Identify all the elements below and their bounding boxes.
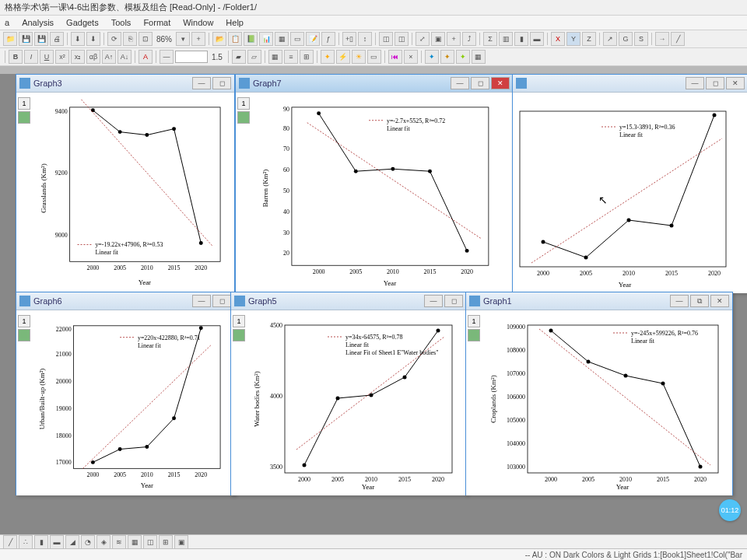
3d-plot-icon[interactable]: ◈ <box>96 535 110 549</box>
fill-icon[interactable]: ▰ <box>232 50 246 64</box>
line-tool-icon[interactable]: ╱ <box>671 32 685 46</box>
layer-tab-1[interactable]: 1 <box>233 315 245 327</box>
font-color-icon[interactable]: A <box>139 50 153 64</box>
bar-plot-icon[interactable]: ▮ <box>34 535 48 549</box>
lock-icon[interactable] <box>18 329 30 341</box>
scatter-plot-icon[interactable]: ∴ <box>19 535 33 549</box>
menu-window[interactable]: Window <box>181 17 215 28</box>
menu-help[interactable]: Help <box>224 17 245 28</box>
restore-icon[interactable]: ⧉ <box>690 295 709 307</box>
refresh-icon[interactable]: ⟳ <box>107 32 121 46</box>
add-col-icon[interactable]: +▯ <box>342 32 356 46</box>
template-icon[interactable]: ▣ <box>174 535 188 549</box>
contour-icon[interactable]: ≋ <box>112 535 126 549</box>
minimize-icon[interactable]: — <box>451 77 469 89</box>
italic-icon[interactable]: I <box>24 50 38 64</box>
anti-alias-icon[interactable]: ✦ <box>321 50 335 64</box>
layer-tab-1[interactable]: 1 <box>237 97 250 110</box>
graph5-window[interactable]: Graph5—◻ 1 Water bodies (Km²) Year 35004… <box>230 292 467 495</box>
minimize-icon[interactable]: — <box>424 295 443 307</box>
col-plot-icon[interactable]: ▬ <box>50 535 64 549</box>
tool-icon[interactable]: + <box>191 32 205 46</box>
mask-icon[interactable]: ◫ <box>379 32 393 46</box>
spark4-icon[interactable]: ▦ <box>472 50 486 64</box>
spark2-icon[interactable]: ✦ <box>440 50 454 64</box>
graph1-plot[interactable]: Croplands (Km²) Year 1030001040001050001… <box>485 313 726 492</box>
lock-icon[interactable] <box>18 111 30 124</box>
sup-icon[interactable]: x² <box>55 50 69 64</box>
maximize-icon[interactable]: ◻ <box>212 295 231 307</box>
y-icon[interactable]: Y <box>566 32 580 46</box>
graph7-window[interactable]: Graph7—◻✕ 1 Barren (Km²) Year 2030405060… <box>235 74 514 292</box>
layer-tab-1[interactable]: 1 <box>468 315 480 327</box>
menu-gadgets[interactable]: Gadgets <box>65 17 100 28</box>
graph-right-window[interactable]: —◻✕ Year 20002005201020152020 y=15.3-389… <box>512 74 747 293</box>
minimize-icon[interactable]: — <box>670 295 689 307</box>
new-func-icon[interactable]: ƒ <box>321 32 335 46</box>
save-icon[interactable]: 💾 <box>19 32 33 46</box>
lock-icon[interactable] <box>468 329 480 341</box>
bar-icon[interactable]: ▮ <box>514 32 528 46</box>
mask2-icon[interactable]: ◫ <box>395 32 409 46</box>
font-dec-icon[interactable]: A↓ <box>117 50 132 64</box>
s-icon[interactable]: S <box>634 32 648 46</box>
zoom-dropdown-icon[interactable]: ▾ <box>176 32 190 46</box>
border-icon[interactable]: ▱ <box>247 50 261 64</box>
x-icon[interactable]: X <box>551 32 565 46</box>
fit-icon[interactable]: ↗ <box>603 32 617 46</box>
sort-icon[interactable]: ↕ <box>358 32 372 46</box>
minimize-icon[interactable]: — <box>192 77 211 89</box>
graph6-window[interactable]: Graph6—◻ 1 Urban/Built-up (Km²) Year 170… <box>16 292 235 495</box>
graph3-window[interactable]: Graph3—◻ 1 Grasslands (Km²) Year 9000 92… <box>16 74 235 292</box>
close-icon[interactable]: ✕ <box>710 295 729 307</box>
alpha-icon[interactable]: αβ <box>86 50 100 64</box>
maximize-icon[interactable]: ◻ <box>444 295 463 307</box>
arrow-icon[interactable]: → <box>655 32 669 46</box>
underline-icon[interactable]: U <box>40 50 54 64</box>
line-style-icon[interactable]: — <box>160 50 174 64</box>
save-as-icon[interactable]: 💾 <box>34 32 48 46</box>
speed-icon[interactable]: ⚡ <box>336 50 350 64</box>
graph3-plot[interactable]: Grasslands (Km²) Year 9000 9200 9400 200… <box>35 96 228 289</box>
spark3-icon[interactable]: ✦ <box>456 50 470 64</box>
import2-icon[interactable]: ⬇ <box>86 32 100 46</box>
minimize-icon[interactable]: — <box>686 77 704 89</box>
spark1-icon[interactable]: ✦ <box>425 50 439 64</box>
bold-icon[interactable]: B <box>9 50 23 64</box>
area-plot-icon[interactable]: ◢ <box>65 535 79 549</box>
merge-icon[interactable]: ⊞ <box>300 50 314 64</box>
maximize-icon[interactable]: ◻ <box>212 77 231 89</box>
close-icon[interactable]: ✕ <box>491 77 510 89</box>
align-icon[interactable]: ≡ <box>284 50 298 64</box>
z-icon[interactable]: Z <box>582 32 596 46</box>
duplicate-icon[interactable]: ⎘ <box>123 32 137 46</box>
pie-plot-icon[interactable]: ◔ <box>81 535 95 549</box>
open-icon[interactable]: 📁 <box>3 32 17 46</box>
maximize-icon[interactable]: ◻ <box>471 77 489 89</box>
print-icon[interactable]: 🖨 <box>50 32 64 46</box>
graph1-window[interactable]: Graph1—⧉✕ 1 Croplands (Km²) Year 1030001… <box>465 292 733 495</box>
new-matrix-icon[interactable]: ▦ <box>275 32 289 46</box>
stats-icon[interactable]: Σ <box>483 32 497 46</box>
line-plot-icon[interactable]: ╱ <box>3 535 17 549</box>
maximize-icon[interactable]: ◻ <box>706 77 724 89</box>
hist-icon[interactable]: ▬ <box>530 32 544 46</box>
graph6-plot[interactable]: Urban/Built-up (Km²) Year 17000180001900… <box>35 313 228 492</box>
lock-icon[interactable] <box>233 329 245 341</box>
lock-icon[interactable] <box>237 111 250 124</box>
layer-tab-1[interactable]: 1 <box>18 315 30 327</box>
zoom-value[interactable]: 86% <box>154 35 174 44</box>
minimize-icon[interactable]: — <box>192 295 211 307</box>
new-notes-icon[interactable]: 📝 <box>306 32 320 46</box>
import-icon[interactable]: ⬇ <box>71 32 85 46</box>
zoom-fit-icon[interactable]: ⊡ <box>139 32 153 46</box>
nav-first-icon[interactable]: ⏮ <box>388 50 402 64</box>
new-graph-icon[interactable]: 📊 <box>259 32 273 46</box>
nav-prev-icon[interactable]: × <box>404 50 418 64</box>
frame-icon[interactable]: ▭ <box>367 50 381 64</box>
graph-right-plot[interactable]: Year 20002005201020152020 y=15.3-3891, R… <box>516 96 742 290</box>
line-width[interactable]: 1.5 <box>209 53 225 61</box>
box-plot-icon[interactable]: ⊞ <box>159 535 173 549</box>
font-inc-icon[interactable]: A↑ <box>102 50 116 64</box>
grid-icon[interactable]: ▦ <box>268 50 282 64</box>
